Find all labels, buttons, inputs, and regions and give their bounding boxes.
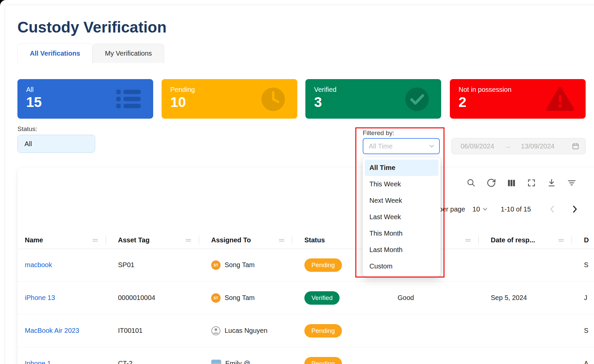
- column-header-name[interactable]: Name: [17, 231, 111, 249]
- filtered-by-value: All Time: [369, 142, 393, 150]
- menu-item-last-week[interactable]: Last Week: [365, 209, 438, 225]
- menu-item-this-month[interactable]: This Month: [365, 225, 438, 242]
- tab-bar: All Verifications My Verifications: [17, 44, 164, 63]
- assigned-to-name: Song Tam: [225, 294, 255, 302]
- tab-all-verifications-label: All Verifications: [30, 50, 80, 57]
- menu-item-last-month[interactable]: Last Month: [365, 242, 438, 258]
- truncated-cell-value: S: [577, 327, 594, 335]
- column-divider: [572, 236, 572, 244]
- stat-card-pending[interactable]: Pending 10: [162, 79, 297, 119]
- stat-card-all[interactable]: All 15: [17, 79, 153, 119]
- menu-item-label: This Week: [369, 180, 401, 188]
- table-row[interactable]: Iphone 1 CT-2 Emily @ Pending A: [17, 347, 594, 364]
- column-resize-handle-icon[interactable]: [558, 238, 564, 242]
- warning-triangle-icon: [546, 87, 574, 113]
- assigned-to-cell: Lucas Nguyen: [204, 326, 297, 336]
- columns-icon[interactable]: [507, 178, 516, 187]
- custody-verification-page: Custody Verification All Verifications M…: [0, 0, 594, 364]
- list-icon: [116, 89, 142, 111]
- table-row[interactable]: iPhone 13 0000010004 ST Song Tam Verifie…: [17, 282, 594, 314]
- stat-card-verified[interactable]: Verified 3: [305, 79, 441, 119]
- status-badge: Pending: [304, 324, 342, 338]
- asset-tag-value: 0000010004: [111, 294, 204, 302]
- assigned-to-name: Emily @: [225, 360, 250, 364]
- truncated-cell-value: A: [577, 360, 594, 364]
- status-cell: Verified: [297, 291, 390, 305]
- time-filter-menu: All Time This Week Next Week Last Week T…: [363, 158, 440, 277]
- menu-item-next-week[interactable]: Next Week: [365, 192, 438, 209]
- column-divider: [478, 236, 479, 244]
- next-page-icon[interactable]: [571, 205, 579, 214]
- refresh-icon[interactable]: [487, 178, 496, 187]
- tab-all-verifications[interactable]: All Verifications: [17, 44, 93, 63]
- menu-item-label: Last Week: [369, 213, 401, 221]
- avatar: ST: [211, 260, 221, 270]
- column-resize-handle-icon[interactable]: [279, 238, 284, 242]
- column-resize-handle-icon[interactable]: [93, 238, 98, 242]
- page-size-select[interactable]: 10: [473, 205, 487, 213]
- status-badge: Pending: [304, 258, 342, 272]
- truncated-cell-value: J: [577, 294, 594, 302]
- assigned-to-name: Song Tam: [225, 261, 255, 269]
- date-from-value: 06/09/2024: [461, 142, 494, 150]
- page-title: Custody Verification: [17, 18, 167, 36]
- column-divider: [292, 236, 292, 244]
- menu-item-all-time[interactable]: All Time: [365, 160, 438, 176]
- status-badge: Verified: [304, 291, 340, 305]
- date-range-arrow-icon: →: [504, 142, 511, 150]
- column-resize-handle-icon[interactable]: [186, 238, 191, 242]
- menu-item-this-week[interactable]: This Week: [365, 176, 438, 192]
- pagination-range: 1-10 of 15: [501, 205, 531, 213]
- menu-item-label: Next Week: [369, 197, 402, 204]
- column-header-date-of-resp[interactable]: Date of resp...: [483, 231, 577, 249]
- menu-item-custom[interactable]: Custom: [365, 258, 438, 275]
- column-header-label: Assigned To: [211, 236, 251, 244]
- column-header-asset-tag[interactable]: Asset Tag: [111, 231, 204, 249]
- asset-name-link[interactable]: Iphone 1: [17, 360, 111, 364]
- status-cell: Pending: [297, 324, 390, 338]
- stat-card-not-in-possession[interactable]: Not in possession 2: [450, 79, 586, 119]
- date-of-resp-value: Sep 5, 2024: [483, 294, 577, 302]
- assigned-to-cell: ST Song Tam: [204, 293, 297, 303]
- fullscreen-icon[interactable]: [527, 178, 536, 187]
- filter-icon[interactable]: [567, 178, 576, 187]
- date-to-value: 13/09/2024: [521, 142, 554, 150]
- table-row[interactable]: MacBook Air 2023 IT00101 Lucas Nguyen Pe…: [17, 314, 594, 347]
- previous-page-icon[interactable]: [548, 205, 556, 214]
- calendar-icon: [572, 142, 579, 150]
- table-pagination: Rows per page 10 1-10 of 15: [420, 201, 579, 217]
- menu-item-label: Custom: [369, 262, 393, 270]
- status-filter-value: All: [24, 140, 32, 148]
- asset-name-link[interactable]: iPhone 13: [17, 294, 111, 302]
- column-header-label: D: [584, 236, 589, 244]
- filtered-by-select[interactable]: All Time: [363, 138, 440, 154]
- person-icon: [211, 326, 221, 336]
- column-divider: [106, 236, 106, 244]
- asset-name-link[interactable]: macbook: [17, 261, 111, 269]
- filtered-by-label: Filtered by:: [363, 129, 394, 137]
- caret-down-icon: [483, 207, 487, 211]
- column-header-label: Date of resp...: [491, 236, 535, 244]
- column-resize-handle-icon[interactable]: [465, 238, 471, 242]
- asset-tag-value: IT00101: [111, 327, 204, 335]
- truncated-cell-value: S: [577, 261, 594, 269]
- download-icon[interactable]: [547, 178, 556, 187]
- asset-name-link[interactable]: MacBook Air 2023: [17, 327, 111, 335]
- column-header-truncated[interactable]: D: [577, 231, 594, 249]
- tab-my-verifications[interactable]: My Verifications: [93, 44, 164, 63]
- asset-tag-value: SP01: [111, 261, 204, 269]
- status-filter-select[interactable]: All: [17, 135, 95, 153]
- avatar: ST: [211, 293, 221, 303]
- menu-item-label: This Month: [369, 230, 403, 237]
- page-size-value: 10: [473, 205, 480, 213]
- assigned-to-name: Lucas Nguyen: [225, 327, 268, 335]
- column-header-label: Status: [304, 236, 325, 244]
- table-row[interactable]: macbook SP01 ST Song Tam Pending S: [17, 249, 594, 282]
- search-icon[interactable]: [467, 178, 476, 187]
- date-range-picker[interactable]: 06/09/2024 → 13/09/2024: [452, 138, 586, 154]
- menu-item-label: All Time: [369, 164, 395, 172]
- status-cell: Pending: [297, 357, 390, 364]
- asset-tag-value: CT-2: [111, 360, 204, 364]
- column-header-assigned-to[interactable]: Assigned To: [204, 231, 297, 249]
- tab-my-verifications-label: My Verifications: [105, 50, 152, 57]
